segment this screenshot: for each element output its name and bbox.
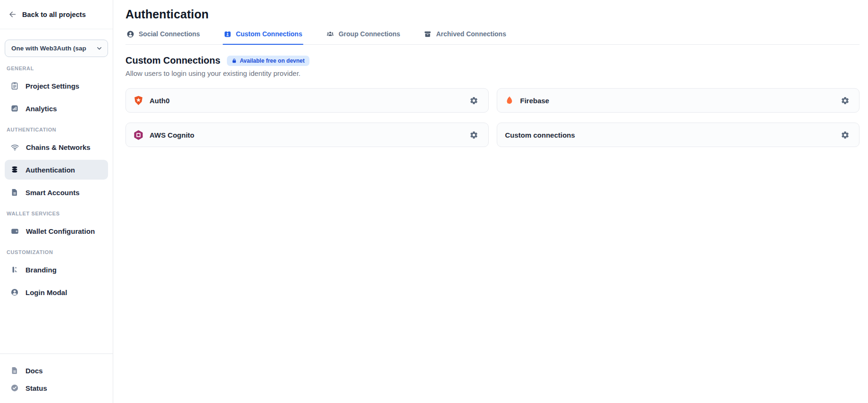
sidebar-item-label: Smart Accounts — [25, 189, 79, 197]
main-content: Authentication Social Connections Custom… — [113, 0, 868, 403]
tab-label: Archived Connections — [436, 30, 506, 38]
bar-chart-icon — [10, 104, 19, 113]
devnet-badge-label: Available free on devnet — [240, 58, 305, 64]
section-label-authentication: AUTHENTICATION — [7, 127, 106, 132]
sidebar-item-chains-networks[interactable]: Chains & Networks — [5, 137, 108, 157]
sidebar-item-label: Project Settings — [25, 82, 79, 90]
chevron-down-icon — [96, 45, 103, 52]
sidebar-item-label: Status — [25, 384, 47, 392]
tab-archived-connections[interactable]: Archived Connections — [423, 27, 507, 44]
back-to-projects-button[interactable]: Back to all projects — [0, 0, 113, 29]
card-aws-cognito[interactable]: AWS Cognito — [125, 123, 489, 147]
card-custom-connections[interactable]: Custom connections — [497, 123, 860, 147]
sidebar-item-project-settings[interactable]: Project Settings — [5, 76, 108, 96]
check-circle-icon — [10, 384, 19, 392]
auth0-logo — [133, 95, 144, 106]
tab-label: Custom Connections — [236, 30, 302, 38]
app-window: Back to all projects One with Web3Auth (… — [0, 0, 868, 403]
card-auth0[interactable]: Auth0 — [125, 88, 489, 113]
sidebar-item-login-modal[interactable]: Login Modal — [5, 282, 108, 302]
page-title: Authentication — [125, 8, 860, 21]
section-label-customization: CUSTOMIZATION — [7, 249, 106, 255]
tab-social-connections[interactable]: Social Connections — [125, 27, 201, 44]
sidebar-item-status[interactable]: Status — [5, 380, 108, 396]
project-selector-value: One with Web3Auth (sap — [11, 45, 86, 52]
back-label: Back to all projects — [22, 11, 86, 18]
card-label: Custom connections — [505, 131, 575, 139]
aws-cognito-settings-button[interactable] — [467, 128, 481, 142]
sidebar-item-wallet-configuration[interactable]: Wallet Configuration — [5, 221, 108, 241]
section-heading: Custom Connections — [125, 55, 220, 66]
gear-icon — [469, 96, 478, 105]
tab-group-connections[interactable]: Group Connections — [325, 27, 401, 44]
tab-label: Group Connections — [339, 30, 401, 38]
sidebar-item-label: Analytics — [25, 105, 57, 113]
user-circle-icon — [10, 288, 19, 296]
sidebar-item-smart-accounts[interactable]: Smart Accounts — [5, 182, 108, 202]
tab-label: Social Connections — [139, 30, 200, 38]
paint-icon — [10, 265, 19, 274]
section-header: Custom Connections Available free on dev… — [125, 55, 860, 66]
devnet-badge: Available free on devnet — [227, 56, 309, 66]
section-label-general: GENERAL — [7, 66, 106, 71]
firebase-logo — [504, 95, 515, 106]
gear-icon — [469, 131, 478, 140]
aws-cognito-logo — [133, 130, 144, 140]
card-label: Firebase — [520, 97, 550, 105]
sidebar-item-label: Login Modal — [25, 288, 67, 296]
wifi-icon — [10, 143, 19, 152]
firebase-settings-button[interactable] — [838, 93, 852, 107]
sidebar: Back to all projects One with Web3Auth (… — [0, 0, 113, 403]
sidebar-item-label: Branding — [25, 266, 57, 274]
sidebar-item-label: Wallet Configuration — [26, 227, 95, 235]
sidebar-item-label: Chains & Networks — [26, 143, 91, 151]
section-subtitle: Allow users to login using your existing… — [125, 69, 860, 77]
gear-icon — [841, 96, 850, 105]
lock-icon — [232, 58, 237, 64]
sidebar-nav: GENERAL Project Settings Analytics AUTHE… — [0, 57, 113, 305]
sidebar-item-authentication[interactable]: Authentication — [5, 160, 108, 180]
people-group-icon — [326, 30, 334, 38]
tab-custom-connections[interactable]: Custom Connections — [223, 27, 303, 44]
clipboard-icon — [10, 82, 19, 90]
file-icon — [10, 188, 19, 197]
connections-grid: Auth0 Firebase AWS Cognito — [125, 88, 860, 147]
id-badge-icon — [224, 30, 232, 38]
user-circle-icon — [126, 30, 134, 38]
arrow-left-icon — [8, 10, 17, 19]
section-label-wallet-services: WALLET SERVICES — [7, 211, 106, 216]
card-firebase[interactable]: Firebase — [497, 88, 860, 113]
custom-connections-settings-button[interactable] — [838, 128, 852, 142]
sidebar-item-branding[interactable]: Branding — [5, 260, 108, 280]
database-icon — [10, 165, 19, 174]
sidebar-item-label: Docs — [25, 367, 43, 375]
sidebar-footer: Docs Status — [0, 354, 113, 403]
tab-bar: Social Connections Custom Connections Gr… — [125, 27, 860, 45]
wallet-icon — [10, 227, 19, 236]
gear-icon — [841, 131, 850, 140]
sidebar-item-label: Authentication — [25, 166, 75, 174]
project-selector-dropdown[interactable]: One with Web3Auth (sap — [5, 40, 108, 57]
sidebar-item-analytics[interactable]: Analytics — [5, 99, 108, 118]
file-icon — [10, 366, 19, 375]
card-label: AWS Cognito — [150, 131, 194, 139]
archive-icon — [424, 30, 432, 38]
auth0-settings-button[interactable] — [467, 93, 481, 107]
card-label: Auth0 — [150, 97, 170, 105]
sidebar-item-docs[interactable]: Docs — [5, 362, 108, 378]
